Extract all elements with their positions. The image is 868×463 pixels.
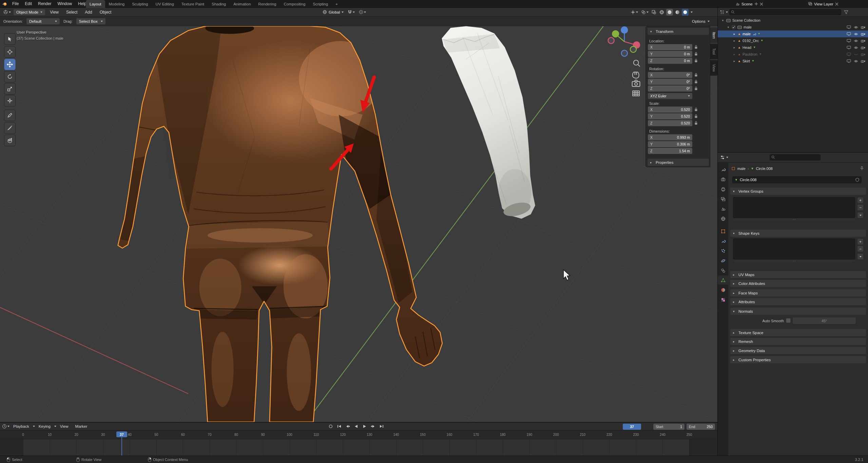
tool-annotate[interactable] — [4, 110, 16, 121]
pan-hand-icon[interactable] — [633, 72, 639, 78]
tool-rotate[interactable] — [4, 71, 16, 82]
eye-icon[interactable] — [854, 33, 858, 36]
menu-edit[interactable]: Edit — [22, 0, 35, 7]
outliner-row-pauldron[interactable]: ▸ ▲ Pauldron ▼ — [718, 51, 868, 58]
properties-search-input[interactable] — [770, 154, 821, 160]
screen-icon[interactable] — [847, 46, 851, 49]
scale-y-field[interactable]: Y0.520 — [648, 113, 692, 119]
panel-uv-maps[interactable]: ▸UV Maps — [730, 271, 866, 278]
timeline-body[interactable] — [0, 439, 717, 456]
scene-name[interactable]: Scene — [741, 2, 753, 6]
camera-icon[interactable] — [861, 46, 865, 49]
perspective-toggle-icon[interactable] — [633, 91, 639, 96]
workspace-tab-modeling[interactable]: Modeling — [105, 0, 129, 8]
sidebar-tab-item[interactable]: Item — [710, 27, 717, 43]
timeline-menu-playback[interactable]: Playback — [10, 423, 32, 430]
show-gizmo-toggle[interactable] — [630, 9, 639, 16]
camera-icon[interactable] — [861, 33, 865, 36]
auto-smooth-checkbox[interactable] — [786, 318, 791, 323]
workspace-tab-animation[interactable]: Animation — [230, 0, 254, 8]
tab-render[interactable] — [718, 175, 728, 184]
options-dropdown[interactable]: Options — [692, 19, 710, 23]
gizmo-x-neg[interactable] — [608, 37, 614, 43]
view-layer-name[interactable]: View Layer — [814, 2, 833, 6]
workspace-tab-compositing[interactable]: Compositing — [280, 0, 309, 8]
editor-type-button[interactable] — [2, 9, 12, 16]
play-reverse-button[interactable] — [352, 423, 360, 429]
workspace-tab-texture-paint[interactable]: Texture Paint — [178, 0, 208, 8]
screen-icon[interactable] — [847, 32, 851, 36]
timeline-menu-keying[interactable]: Keying — [36, 423, 54, 430]
panel-normals[interactable]: ▾Normals — [730, 308, 866, 315]
remove-view-layer-icon[interactable] — [835, 2, 838, 6]
jump-to-next-keyframe-button[interactable] — [369, 423, 377, 429]
panel-attributes[interactable]: ▸Attributes — [730, 298, 866, 305]
viewport-menu-select[interactable]: Select — [63, 8, 80, 16]
panel-texture-space[interactable]: ▸Texture Space — [730, 329, 866, 336]
disclosure-icon[interactable]: ▸ — [733, 59, 736, 63]
lock-icon[interactable] — [694, 114, 698, 118]
lock-icon[interactable] — [694, 73, 698, 77]
playhead-line[interactable] — [121, 436, 122, 456]
add-workspace-button[interactable]: + — [332, 0, 342, 8]
playhead-frame-chip[interactable]: 37 — [116, 431, 127, 437]
viewport-menu-view[interactable]: View — [47, 8, 62, 16]
tab-material[interactable] — [718, 285, 728, 294]
jump-to-start-button[interactable] — [335, 423, 343, 429]
tab-particles[interactable] — [718, 246, 728, 255]
timeline-editor-icon[interactable] — [2, 424, 7, 429]
screen-icon[interactable] — [847, 53, 851, 56]
lock-icon[interactable] — [694, 108, 698, 112]
sidebar-tab-tool[interactable]: Tool — [710, 44, 717, 59]
pin-icon[interactable] — [860, 166, 864, 171]
add-vertex-group-button[interactable]: + — [857, 197, 864, 204]
disclosure-icon[interactable]: ▸ — [733, 46, 736, 49]
panel-custom-properties[interactable]: ▸Custom Properties — [730, 356, 866, 363]
workspace-tab-scripting[interactable]: Scripting — [309, 0, 332, 8]
menu-file[interactable]: File — [9, 0, 22, 7]
drag-dropdown[interactable]: Select Box — [76, 18, 106, 25]
viewport-scene[interactable] — [0, 26, 717, 422]
tool-select-box[interactable] — [4, 33, 16, 45]
dimensions-x-field[interactable]: X0.993 m — [648, 134, 692, 140]
menu-window[interactable]: Window — [54, 0, 75, 7]
mode-dropdown[interactable]: Object Mode — [13, 9, 45, 16]
outliner-search-input[interactable] — [729, 9, 841, 15]
gizmo-z-neg[interactable] — [621, 50, 628, 56]
sidebar-tab-view[interactable]: View — [710, 60, 717, 76]
panel-geometry-data[interactable]: ▸Geometry Data — [730, 347, 866, 354]
outliner-row-head[interactable]: ▸ ▲ Head ▼ — [718, 44, 868, 51]
location-x-field[interactable]: X0 m — [648, 44, 692, 50]
outliner-editor-icon[interactable] — [720, 10, 725, 15]
row-label[interactable]: male — [742, 32, 751, 36]
shading-dropdown[interactable] — [690, 9, 694, 16]
workspace-tab-uv-editing[interactable]: UV Editing — [152, 0, 178, 8]
rotation-z-field[interactable]: Z0° — [648, 85, 692, 92]
disclosure-icon[interactable]: ▸ — [733, 53, 736, 56]
tab-constraints[interactable] — [718, 266, 728, 275]
autokey-record-button[interactable] — [327, 423, 334, 429]
frame-end-field[interactable]: End250 — [687, 424, 715, 430]
lock-icon[interactable] — [694, 59, 698, 63]
outliner-row-scene-collection[interactable]: ▾ Scene Collection — [718, 17, 868, 24]
location-y-field[interactable]: Y0 m — [648, 51, 692, 57]
gizmo-z-axis[interactable] — [621, 26, 628, 34]
shading-material-button[interactable] — [674, 9, 681, 16]
panel-color-attributes[interactable]: ▸Color Attributes — [730, 280, 866, 287]
lock-icon[interactable] — [694, 45, 698, 49]
row-label[interactable]: 0192_Orc — [742, 39, 759, 43]
scale-x-field[interactable]: X0.520 — [648, 107, 692, 113]
row-label[interactable]: Scene Collection — [732, 18, 760, 22]
navigation-gizmo[interactable] — [608, 26, 640, 56]
workspace-tab-shading[interactable]: Shading — [208, 0, 230, 8]
viewport-menu-add[interactable]: Add — [82, 8, 95, 16]
fake-user-shield-icon[interactable] — [855, 178, 859, 182]
current-frame-field[interactable]: 37 — [623, 424, 641, 430]
tab-texture[interactable] — [718, 295, 728, 304]
disclosure-icon[interactable]: ▾ — [721, 19, 725, 22]
tool-cursor[interactable] — [4, 46, 16, 58]
workspace-tab-sculpting[interactable]: Sculpting — [128, 0, 152, 8]
collection-checkbox[interactable] — [732, 25, 736, 29]
remove-shape-key-button[interactable]: − — [857, 246, 864, 252]
shading-wireframe-button[interactable] — [658, 9, 665, 16]
